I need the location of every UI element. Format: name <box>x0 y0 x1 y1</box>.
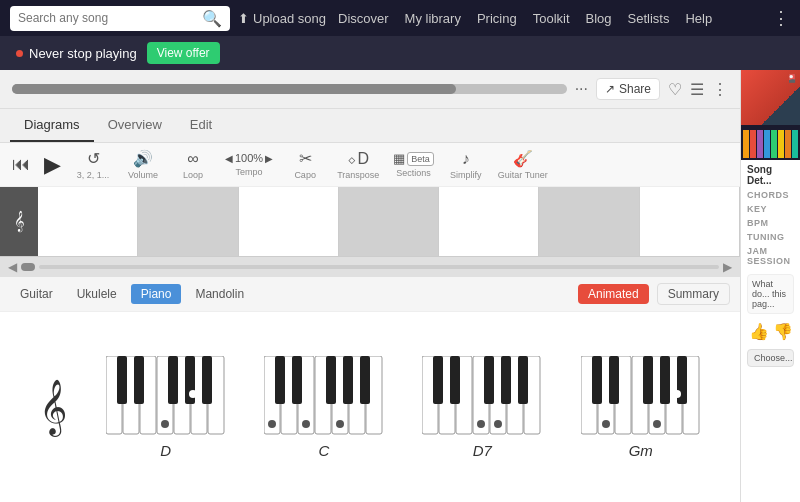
tempo-control[interactable]: ◀ 100% ▶ Tempo <box>225 152 273 177</box>
svg-point-12 <box>161 420 169 428</box>
svg-rect-25 <box>360 356 370 404</box>
timeline-scrollbar[interactable]: ◀ ▶ <box>0 257 740 277</box>
svg-rect-38 <box>484 356 494 404</box>
loop-control[interactable]: ∞ Loop <box>175 150 211 180</box>
search-icon: 🔍 <box>202 9 222 28</box>
chord-d: D <box>106 356 226 459</box>
svg-rect-39 <box>501 356 511 404</box>
svg-point-41 <box>477 420 485 428</box>
countdown-control[interactable]: ↺ 3, 2, 1... <box>75 149 111 180</box>
svg-rect-40 <box>518 356 528 404</box>
svg-rect-66 <box>792 130 798 158</box>
svg-rect-50 <box>592 356 602 404</box>
summary-button[interactable]: Summary <box>657 283 730 305</box>
favorite-button[interactable]: ♡ <box>668 80 682 99</box>
list-button[interactable]: ☰ <box>690 80 704 99</box>
animated-button[interactable]: Animated <box>578 284 649 304</box>
chord-gm: Gm <box>581 356 701 459</box>
help-link[interactable]: Help <box>685 11 712 26</box>
promo-banner: Never stop playing View offer <box>0 36 800 70</box>
discover-link[interactable]: Discover <box>338 11 389 26</box>
treble-clef-icon: 𝄞 <box>39 383 67 431</box>
guitar-tuner-control[interactable]: 🎸 Guitar Tuner <box>498 149 548 180</box>
scroll-right-arrow[interactable]: ▶ <box>723 260 732 274</box>
blog-link[interactable]: Blog <box>586 11 612 26</box>
piano-keyboard-gm[interactable] <box>581 356 701 436</box>
svg-rect-65 <box>785 130 791 158</box>
svg-rect-8 <box>134 356 144 404</box>
controls-bar: ⏮ ▶ ↺ 3, 2, 1... 🔊 Volume ∞ Loop ◀ 100% … <box>0 143 740 187</box>
ukulele-tab[interactable]: Ukulele <box>67 284 127 304</box>
svg-rect-63 <box>771 130 777 158</box>
center-content: ··· ↗ Share ♡ ☰ ⋮ Diagrams Overview Edit… <box>0 70 740 502</box>
svg-rect-51 <box>609 356 619 404</box>
timeline-cell-3 <box>239 187 339 256</box>
choose-button[interactable]: Choose... <box>747 349 794 367</box>
tab-overview[interactable]: Overview <box>94 109 176 142</box>
skip-back-button[interactable]: ⏮ <box>12 154 30 175</box>
simplify-control[interactable]: ♪ Simplify <box>448 150 484 180</box>
mandolin-tab[interactable]: Mandolin <box>185 284 254 304</box>
thumbs-up-button[interactable]: 👍 <box>749 322 769 341</box>
svg-rect-36 <box>433 356 443 404</box>
piano-keyboard-d[interactable] <box>106 356 226 436</box>
svg-rect-11 <box>202 356 212 404</box>
share-icon: ↗ <box>605 82 615 96</box>
timeline-cell-2 <box>138 187 238 256</box>
simplify-icon: ♪ <box>462 150 470 168</box>
song-thumbnail: 🎴 <box>741 70 800 160</box>
more-button[interactable]: ⋮ <box>712 80 728 99</box>
my-library-link[interactable]: My library <box>405 11 461 26</box>
chord-label-c: C <box>319 442 330 459</box>
svg-rect-52 <box>643 356 653 404</box>
svg-rect-24 <box>343 356 353 404</box>
loop-icon: ∞ <box>187 150 198 168</box>
tab-diagrams[interactable]: Diagrams <box>10 109 94 142</box>
tempo-fwd-icon[interactable]: ▶ <box>265 153 273 164</box>
timeline-cell-6 <box>539 187 639 256</box>
chord-c: C <box>264 356 384 459</box>
what-do-box: What do... this pag... <box>747 274 794 314</box>
player-bar: ··· ↗ Share ♡ ☰ ⋮ <box>0 70 740 109</box>
scroll-thumb[interactable] <box>21 263 35 271</box>
scroll-track[interactable] <box>39 265 719 269</box>
pricing-link[interactable]: Pricing <box>477 11 517 26</box>
upload-song-button[interactable]: ⬆ Upload song <box>238 11 326 26</box>
chords-label: CHORDS <box>747 190 794 200</box>
piano-tab[interactable]: Piano <box>131 284 182 304</box>
toolkit-link[interactable]: Toolkit <box>533 11 570 26</box>
upload-icon: ⬆ <box>238 11 249 26</box>
piano-keyboard-c[interactable] <box>264 356 384 436</box>
progress-bar[interactable] <box>12 84 567 94</box>
scroll-left-arrow[interactable]: ◀ <box>8 260 17 274</box>
right-panel: 🎴 Song Det... CHORDS KEY <box>740 70 800 502</box>
more-options-icon[interactable]: ⋮ <box>772 7 790 29</box>
piano-keyboard-d7[interactable] <box>422 356 542 436</box>
search-input[interactable] <box>18 11 196 25</box>
transpose-control[interactable]: ⬦D Transpose <box>337 150 379 180</box>
thumbs-down-button[interactable]: 👎 <box>773 322 793 341</box>
view-offer-button[interactable]: View offer <box>147 42 220 64</box>
sections-control[interactable]: ▦ Beta Sections <box>393 151 434 178</box>
bpm-label: BPM <box>747 218 794 228</box>
volume-control[interactable]: 🔊 Volume <box>125 149 161 180</box>
search-bar[interactable]: 🔍 <box>10 6 230 31</box>
share-button[interactable]: ↗ Share <box>596 78 660 100</box>
svg-rect-64 <box>778 130 784 158</box>
svg-rect-62 <box>764 130 770 158</box>
progress-fill <box>12 84 456 94</box>
guitar-tuner-icon: 🎸 <box>513 149 533 168</box>
timeline[interactable]: 𝄞 <box>0 187 740 257</box>
capo-control[interactable]: ✂ Capo <box>287 149 323 180</box>
play-button[interactable]: ▶ <box>44 152 61 178</box>
svg-rect-9 <box>168 356 178 404</box>
setlists-link[interactable]: Setlists <box>628 11 670 26</box>
tempo-back-icon[interactable]: ◀ <box>225 153 233 164</box>
tab-edit[interactable]: Edit <box>176 109 226 142</box>
song-details-panel: Song Det... CHORDS KEY BPM TUNING JAM SE… <box>741 160 800 270</box>
svg-point-56 <box>673 390 681 398</box>
guitar-tab[interactable]: Guitar <box>10 284 63 304</box>
svg-point-27 <box>302 420 310 428</box>
svg-point-26 <box>268 420 276 428</box>
chord-area: 𝄞 <box>0 312 740 502</box>
